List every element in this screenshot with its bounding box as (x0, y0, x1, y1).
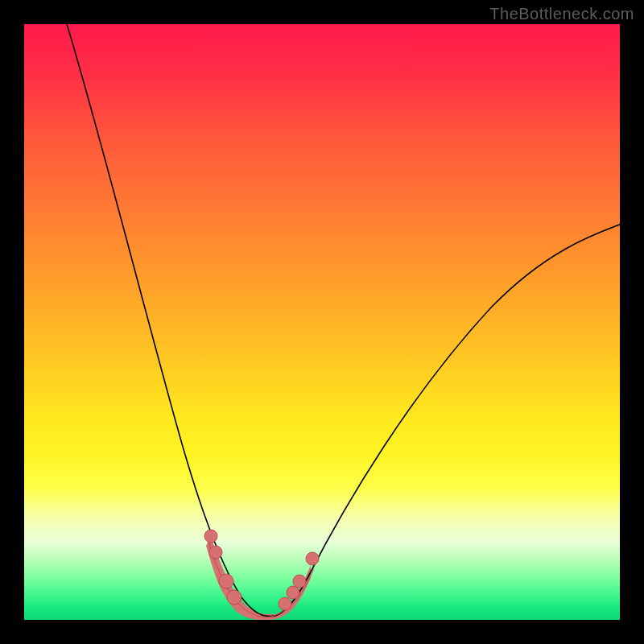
dot-left-4 (227, 590, 242, 605)
plot-area (24, 24, 620, 620)
dot-left-1 (204, 530, 217, 543)
chart-svg (24, 24, 620, 620)
dot-right-1 (279, 597, 291, 610)
left-curve (64, 24, 266, 616)
dot-right-3 (293, 575, 306, 588)
dot-right-4 (306, 552, 319, 565)
right-curve (275, 222, 620, 616)
dot-left-3 (219, 574, 233, 588)
watermark-text: TheBottleneck.com (489, 5, 634, 23)
dot-right-2 (287, 586, 299, 599)
dot-left-2 (209, 546, 222, 559)
chart-frame: TheBottleneck.com (0, 0, 644, 644)
